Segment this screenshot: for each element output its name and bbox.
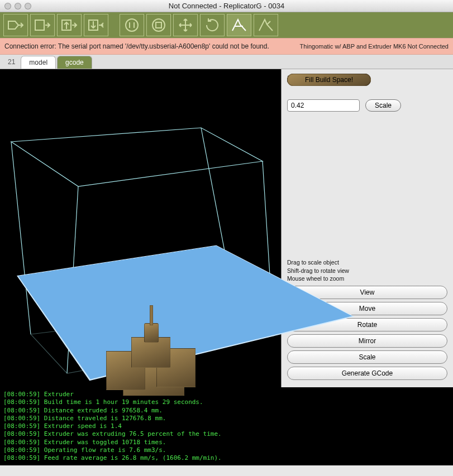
toolbar-move-button[interactable] xyxy=(173,14,198,36)
console-line: [08:00:59] Build time is 1 hour 19 minut… xyxy=(3,398,450,406)
console-line: [08:00:59] Extruder was toggled 10718 ti… xyxy=(3,439,450,446)
rotate-icon xyxy=(203,17,222,33)
toolbar-script-b-button[interactable] xyxy=(254,14,278,36)
download-icon xyxy=(87,17,106,33)
toolbar-upload-button[interactable] xyxy=(57,14,82,36)
console-line: [08:00:59] Distance extruded is 97658.4 … xyxy=(3,407,450,415)
line-number: 21 xyxy=(3,56,20,68)
window-controls xyxy=(0,3,31,9)
console-line: [08:00:59] Feed rate average is 26.8 mm/… xyxy=(3,454,450,462)
toolbar-pause-button[interactable] xyxy=(120,14,144,36)
scale-mode-button[interactable]: Scale xyxy=(287,350,447,364)
generate-gcode-button[interactable]: Generate GCode xyxy=(287,367,447,380)
toolbar-open-button[interactable] xyxy=(3,14,28,36)
svg-point-3 xyxy=(126,19,138,31)
toolbar-save-button[interactable] xyxy=(30,14,55,36)
minimize-window-button[interactable] xyxy=(15,3,21,9)
open-icon xyxy=(6,17,25,33)
tab-row: 21 model gcode xyxy=(0,55,453,69)
tab-model[interactable]: model xyxy=(21,56,56,69)
script-b-icon xyxy=(256,17,275,33)
side-panel: Scale object Scale inches->mm mm->inches… xyxy=(282,69,453,387)
move-icon xyxy=(176,17,195,33)
console-line: [08:00:59] Extruder speed is 1.4 xyxy=(3,422,450,430)
close-window-button[interactable] xyxy=(4,3,11,9)
stop-icon xyxy=(149,17,168,33)
console-line: [08:00:59] Distance traveled is 127676.8… xyxy=(3,415,450,422)
console-line: [08:00:59] Extruder xyxy=(3,391,450,398)
script-a-icon xyxy=(230,17,249,33)
error-message: Connection error: The serial port named … xyxy=(4,42,269,50)
tab-gcode[interactable]: gcode xyxy=(57,56,92,69)
titlebar: Not Connected - ReplicatorG - 0034 xyxy=(0,0,453,12)
save-icon xyxy=(33,17,52,33)
scale-input[interactable] xyxy=(287,99,360,112)
zoom-window-button[interactable] xyxy=(25,3,31,9)
main-toolbar xyxy=(0,12,453,38)
model-geometry xyxy=(101,318,201,407)
console-line: [08:00:59] Operating flow rate is 7.6 mm… xyxy=(3,446,450,454)
toolbar-rotate-button[interactable] xyxy=(200,14,225,36)
viewport-3d[interactable] xyxy=(0,69,282,387)
svg-point-4 xyxy=(152,19,165,31)
toolbar-stop-button[interactable] xyxy=(146,14,171,36)
workspace: Scale object Scale inches->mm mm->inches… xyxy=(0,69,453,387)
help-text: Drag to scale object Shift-drag to rotat… xyxy=(287,258,447,282)
toolbar-script-a-button[interactable] xyxy=(227,14,251,36)
window-title: Not Connected - ReplicatorG - 0034 xyxy=(0,2,453,10)
fill-build-space-button[interactable]: Fill Build Space! xyxy=(287,74,371,86)
connection-status: Thingomatic w/ ABP and Extruder MK6 Not … xyxy=(300,43,449,50)
pause-icon xyxy=(122,17,141,33)
upload-icon xyxy=(60,17,79,33)
toolbar-download-button[interactable] xyxy=(84,14,108,36)
mirror-button[interactable]: Mirror xyxy=(287,334,447,348)
svg-rect-5 xyxy=(156,22,161,28)
console-line: [08:00:59] Extruder was extruding 76.5 p… xyxy=(3,430,450,438)
scale-button[interactable]: Scale xyxy=(365,99,401,112)
console[interactable]: [08:00:59] Extruder[08:00:59] Build time… xyxy=(0,387,453,465)
error-bar: Connection error: The serial port named … xyxy=(0,38,453,55)
svg-rect-0 xyxy=(35,20,44,30)
